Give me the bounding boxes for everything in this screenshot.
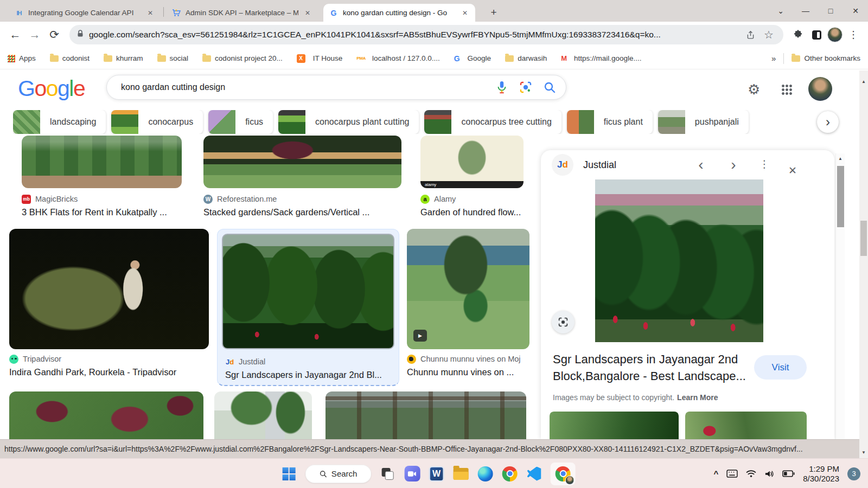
touch-keyboard-icon[interactable] (726, 470, 738, 478)
vscode-icon[interactable] (526, 466, 542, 482)
chip-conocarpus-plant-cutting[interactable]: conocarpus plant cutting (278, 110, 419, 134)
panel-menu-kebab-icon[interactable]: ⋮ (757, 158, 772, 170)
search-input[interactable] (107, 82, 490, 92)
bookmark-apps[interactable]: Apps (8, 54, 36, 62)
tab-close-icon[interactable]: ✕ (460, 8, 470, 18)
result-title[interactable]: Garden of hundred flow... (420, 207, 526, 217)
tab-admin-sdk[interactable]: Admin SDK API – Marketplace – M ✕ (166, 4, 318, 22)
settings-gear-icon[interactable]: ⚙ (748, 81, 760, 98)
chip-ficus-plant[interactable]: ficus plant (567, 110, 653, 134)
reload-button[interactable]: ⟳ (44, 25, 64, 44)
tab-close-icon[interactable]: ✕ (145, 8, 155, 18)
bookmark-localhost[interactable]: PMAlocalhost / 127.0.0.... (356, 54, 439, 62)
chrome-icon[interactable] (502, 466, 518, 482)
panel-scrollbar[interactable]: ▲ (835, 153, 845, 439)
search-submit-icon[interactable] (538, 81, 561, 94)
forward-button[interactable]: → (25, 25, 44, 44)
related-thumbnail[interactable] (550, 412, 679, 439)
result-title[interactable]: Sgr Landscapers in Jayanagar 2nd Bl... (225, 370, 392, 380)
result-image-reforestation[interactable] (203, 136, 401, 188)
bookmark-gmail[interactable]: Mhttps://mail.google.... (561, 54, 641, 62)
result-title[interactable]: Chunnu munnu vines on ... (407, 367, 531, 377)
result-title[interactable]: Indira Gandhi Park, Rourkela - Tripadvis… (9, 367, 210, 377)
bookmark-codonist[interactable]: codonist (50, 54, 90, 62)
bookmark-khurram[interactable]: khurram (104, 54, 143, 62)
bookmark-darwasih[interactable]: darwasih (505, 54, 547, 62)
scroll-up-icon[interactable]: ▲ (836, 153, 845, 161)
maximize-button[interactable]: □ (818, 0, 843, 22)
taskbar-search[interactable]: Search (305, 465, 372, 483)
result-video-chunnu[interactable]: ▶ (407, 229, 529, 349)
scroll-down-icon[interactable]: ▼ (859, 450, 868, 455)
scroll-up-icon[interactable]: ▲ (859, 79, 868, 84)
result-image-magicbricks[interactable] (22, 136, 182, 188)
result-title[interactable]: 3 BHK Flats for Rent in Kukatpally ... (22, 207, 184, 217)
tab-search-icon[interactable]: ⌄ (768, 0, 793, 22)
related-thumbnail[interactable] (685, 412, 807, 439)
notification-count-badge[interactable]: 3 (847, 467, 860, 480)
taskbar-clock[interactable]: 1:29 PM 8/30/2023 (803, 464, 839, 484)
file-explorer-icon[interactable] (453, 466, 469, 482)
result-image-tripadvisor[interactable] (9, 229, 209, 349)
bookmark-google[interactable]: GGoogle (454, 54, 491, 63)
battery-icon[interactable] (782, 470, 795, 477)
teams-chat-icon[interactable] (404, 466, 420, 482)
chips-next-chevron-icon[interactable]: › (817, 111, 839, 133)
start-button-icon[interactable] (281, 466, 297, 482)
learn-more-link[interactable]: Learn More (677, 393, 718, 402)
task-view-icon[interactable] (380, 466, 396, 482)
preview-title[interactable]: Sgr Landscapers in Jayanagar 2nd Block,B… (553, 351, 749, 384)
minimize-button[interactable]: — (793, 0, 818, 22)
chip-pushpanjali[interactable]: pushpanjali (658, 110, 749, 134)
back-button[interactable]: ← (5, 25, 25, 44)
side-panel-icon[interactable] (807, 25, 826, 44)
volume-icon[interactable] (764, 470, 774, 478)
google-lens-icon[interactable] (514, 81, 538, 94)
bookmark-codonist-project[interactable]: codonist project 20... (202, 54, 283, 62)
visit-button[interactable]: Visit (754, 355, 807, 380)
close-button[interactable]: ✕ (843, 0, 868, 22)
result-image[interactable] (9, 391, 203, 439)
result-image[interactable] (214, 391, 312, 439)
address-bar[interactable]: google.com/search?sca_esv=561251984&rlz=… (69, 25, 783, 44)
chip-ficus[interactable]: ficus (208, 110, 273, 134)
tab-calendar-api[interactable]: IH Integrating Google Calendar API ✕ (9, 4, 161, 22)
other-bookmarks[interactable]: Other bookmarks (792, 54, 860, 62)
result-image[interactable] (326, 391, 526, 439)
result-image-alamy[interactable]: alamy (420, 136, 524, 188)
scrollbar-thumb[interactable] (860, 221, 867, 256)
next-image-chevron-icon[interactable]: › (724, 156, 743, 174)
chip-conocarpus[interactable]: conocarpus (111, 110, 203, 134)
preview-image[interactable] (595, 179, 763, 342)
selected-result-card[interactable]: JdJustdial Sgr Landscapers in Jayanagar … (217, 229, 399, 386)
browser-menu-kebab-icon[interactable]: ⋮ (844, 25, 863, 44)
chip-landscaping[interactable]: landscaping (13, 110, 106, 134)
result-title[interactable]: Stacked gardens/Sack gardens/Vertical ..… (203, 207, 403, 217)
new-tab-button[interactable]: + (486, 5, 501, 20)
chip-conocarpus-tree-cutting[interactable]: conocarpus tree cutting (424, 110, 561, 134)
tab-active-search[interactable]: G kono gardan cutting design - Go ✕ (323, 4, 475, 22)
search-box[interactable] (106, 75, 566, 100)
search-inside-image-lens-icon[interactable] (552, 311, 575, 333)
tab-close-icon[interactable]: ✕ (303, 8, 312, 18)
panel-close-icon[interactable]: ✕ (785, 164, 800, 177)
account-avatar[interactable] (808, 77, 832, 101)
bookmarks-overflow-chevron[interactable]: » (771, 54, 776, 63)
scrollbar-thumb[interactable] (837, 166, 844, 227)
wifi-icon[interactable] (746, 470, 756, 478)
chrome-active-window-icon[interactable] (551, 463, 576, 485)
word-icon[interactable]: W (429, 466, 445, 482)
edge-icon[interactable] (477, 466, 494, 482)
bookmark-it-house[interactable]: XIT House (297, 54, 343, 63)
profile-avatar[interactable] (826, 25, 844, 44)
bookmark-social[interactable]: social (157, 54, 189, 62)
selected-result-image[interactable] (222, 234, 394, 349)
voice-search-mic-icon[interactable] (490, 81, 514, 94)
extensions-puzzle-icon[interactable] (789, 25, 807, 44)
share-icon[interactable] (743, 30, 757, 40)
page-scrollbar[interactable]: ▲ ▼ (859, 70, 868, 458)
google-apps-grid-icon[interactable] (781, 84, 792, 95)
previous-image-chevron-icon[interactable]: ‹ (692, 156, 710, 174)
tray-overflow-caret-icon[interactable]: ^ (714, 469, 719, 478)
google-logo[interactable]: Google (18, 76, 85, 101)
